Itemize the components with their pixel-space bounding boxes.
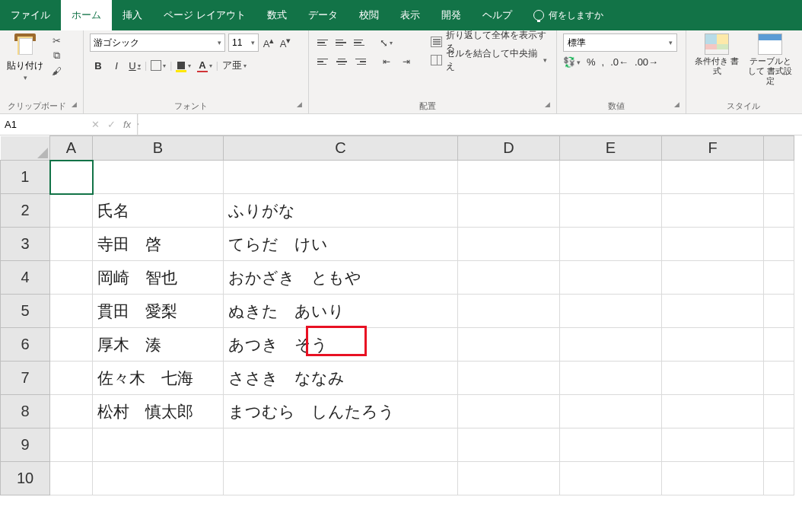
decrease-decimal-button[interactable]: .00→: [635, 56, 658, 68]
comma-format-button[interactable]: ,: [602, 56, 605, 68]
cell[interactable]: ふりがな: [224, 194, 458, 228]
cancel-formula-button[interactable]: ✕: [91, 119, 100, 130]
cell[interactable]: [50, 295, 93, 328]
cell[interactable]: [224, 462, 458, 495]
cell[interactable]: [458, 161, 560, 194]
cell[interactable]: [662, 428, 764, 462]
cell[interactable]: [662, 328, 764, 362]
cell[interactable]: [764, 462, 794, 495]
column-header[interactable]: D: [458, 136, 560, 161]
cell[interactable]: [560, 161, 662, 194]
tab-data[interactable]: データ: [298, 0, 348, 30]
bold-button[interactable]: B: [90, 56, 107, 75]
cell[interactable]: [560, 194, 662, 228]
cell[interactable]: [458, 328, 560, 362]
align-bottom-button[interactable]: [352, 34, 368, 51]
tab-insert[interactable]: 挿入: [112, 0, 153, 30]
spreadsheet-grid[interactable]: A B C D E F 12氏名ふりがな3寺田 啓てらだ けい4岡崎 智也おかざ…: [0, 135, 794, 495]
cell[interactable]: [560, 395, 662, 428]
increase-decimal-button[interactable]: .0←: [610, 56, 629, 68]
cell[interactable]: [764, 328, 794, 362]
tab-formulas[interactable]: 数式: [256, 0, 298, 30]
cell[interactable]: [560, 228, 662, 261]
cell[interactable]: てらだ けい: [224, 228, 458, 261]
format-as-table-button[interactable]: テーブルとして 書式設定: [747, 33, 793, 99]
cell[interactable]: [50, 362, 93, 395]
row-header[interactable]: 1: [1, 161, 50, 194]
cell[interactable]: [224, 428, 458, 462]
number-format-select[interactable]: 標準 ▾: [563, 33, 677, 52]
cell[interactable]: [50, 194, 93, 228]
cell[interactable]: [458, 462, 560, 495]
cell[interactable]: [764, 428, 794, 462]
cell[interactable]: [764, 194, 794, 228]
cell[interactable]: [458, 428, 560, 462]
font-size-select[interactable]: 11 ▾: [228, 33, 259, 52]
column-header[interactable]: C: [224, 136, 458, 161]
cell[interactable]: [50, 228, 93, 261]
row-header[interactable]: 6: [1, 328, 50, 362]
paste-button[interactable]: 貼り付け ▾: [6, 33, 44, 99]
cut-button[interactable]: ✂: [49, 33, 64, 47]
cell[interactable]: [764, 295, 794, 328]
font-name-select[interactable]: 游ゴシック ▾: [90, 33, 225, 52]
cell[interactable]: [662, 261, 764, 295]
increase-font-size-button[interactable]: A▴: [262, 33, 275, 52]
format-painter-button[interactable]: 🖌: [49, 64, 64, 78]
tab-developer[interactable]: 開発: [431, 0, 472, 30]
align-left-button[interactable]: [315, 53, 332, 70]
tab-page-layout[interactable]: ページ レイアウト: [153, 0, 256, 30]
accounting-format-button[interactable]: 💱▾: [563, 56, 581, 68]
row-header[interactable]: 5: [1, 295, 50, 328]
cell[interactable]: 厚木 湊: [93, 328, 224, 362]
column-header[interactable]: E: [560, 136, 662, 161]
column-header[interactable]: A: [50, 136, 93, 161]
cell[interactable]: おかざき ともや: [224, 261, 458, 295]
cell[interactable]: [458, 261, 560, 295]
underline-button[interactable]: U▾: [126, 56, 143, 75]
cell[interactable]: [662, 161, 764, 194]
font-color-button[interactable]: A▾: [195, 56, 214, 75]
cell[interactable]: [662, 462, 764, 495]
cell[interactable]: 岡崎 智也: [93, 261, 224, 295]
percent-format-button[interactable]: %: [587, 56, 596, 68]
cell[interactable]: 氏名: [93, 194, 224, 228]
cell[interactable]: [458, 295, 560, 328]
tab-help[interactable]: ヘルプ: [472, 0, 523, 30]
cell[interactable]: あつき そう: [224, 328, 458, 362]
enter-formula-button[interactable]: ✓: [107, 119, 116, 130]
tell-me-search[interactable]: 何をしますか: [523, 0, 614, 30]
cell[interactable]: [93, 462, 224, 495]
cell[interactable]: 貫田 愛梨: [93, 295, 224, 328]
cell[interactable]: [50, 161, 93, 194]
align-right-button[interactable]: [352, 53, 368, 70]
dialog-launcher-icon[interactable]: ◢: [674, 100, 679, 108]
cell[interactable]: [764, 261, 794, 295]
increase-indent-button[interactable]: ⇥: [397, 53, 415, 70]
cell[interactable]: [764, 395, 794, 428]
copy-button[interactable]: ⧉: [49, 49, 64, 62]
tab-review[interactable]: 校閲: [348, 0, 390, 30]
cell[interactable]: [560, 295, 662, 328]
cell[interactable]: [50, 395, 93, 428]
dialog-launcher-icon[interactable]: ◢: [72, 100, 77, 108]
cell[interactable]: 寺田 啓: [93, 228, 224, 261]
tab-file[interactable]: ファイル: [0, 0, 61, 30]
cell[interactable]: [93, 428, 224, 462]
cell[interactable]: [50, 462, 93, 495]
cell[interactable]: [458, 194, 560, 228]
align-center-button[interactable]: [333, 53, 350, 70]
row-header[interactable]: 10: [1, 462, 50, 495]
conditional-formatting-button[interactable]: 条件付き 書式: [694, 33, 740, 99]
decrease-font-size-button[interactable]: A▾: [278, 33, 292, 52]
cell[interactable]: [662, 395, 764, 428]
cell[interactable]: 松村 慎太郎: [93, 395, 224, 428]
cell[interactable]: ぬきた あいり: [224, 295, 458, 328]
cell[interactable]: [560, 261, 662, 295]
align-top-button[interactable]: [315, 34, 332, 51]
cell[interactable]: [50, 428, 93, 462]
column-header[interactable]: B: [93, 136, 224, 161]
column-header[interactable]: [764, 136, 794, 161]
cell[interactable]: [662, 295, 764, 328]
column-header[interactable]: F: [662, 136, 764, 161]
